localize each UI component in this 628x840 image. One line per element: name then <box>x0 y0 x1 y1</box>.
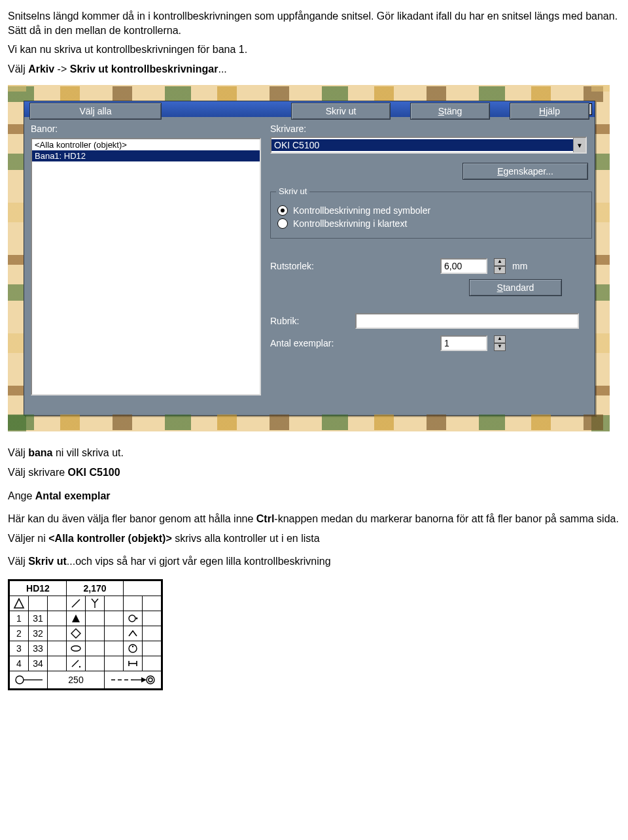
spinner[interactable]: ▲▼ <box>494 335 506 351</box>
chevron-up-icon <box>127 628 139 639</box>
antal-input[interactable]: 1 <box>440 335 487 351</box>
text: Välj <box>8 63 28 75</box>
start-triangle-icon <box>13 597 25 609</box>
text: bana <box>28 447 52 458</box>
text: OKI C5100 <box>68 467 120 478</box>
text: S <box>438 106 444 116</box>
svg-line-4 <box>95 599 98 603</box>
doc-paragraph-2: Vi kan nu skriva ut kontrollbeskrivninge… <box>8 42 620 57</box>
list-item[interactable]: <Alla kontroller (objekt)> <box>32 139 260 150</box>
ctrl-dist: 2,170 <box>67 580 124 596</box>
svg-point-22 <box>147 676 154 684</box>
svg-point-13 <box>79 666 80 667</box>
rutstorlek-input[interactable]: 6,00 <box>440 258 487 274</box>
doc-paragraph-5: Välj skrivare OKI C5100 <box>8 465 620 480</box>
select-all-button[interactable]: Välj alla <box>29 103 162 120</box>
ctrl-code: 33 <box>29 641 48 656</box>
svg-marker-0 <box>14 599 24 608</box>
text: ... <box>218 63 226 75</box>
diamond-icon <box>70 628 82 639</box>
chevron-down-icon[interactable]: ▼ <box>494 266 506 274</box>
table-row: 250 <box>10 671 162 688</box>
radio-plaintext[interactable]: Kontrollbeskrivning i klartext <box>277 218 585 229</box>
svg-line-12 <box>72 660 78 667</box>
text: ni vill skriva ut. <box>52 447 123 458</box>
close-button[interactable]: Stäng <box>410 103 490 120</box>
printer-selected: OKI C5100 <box>271 139 573 151</box>
rubrik-input[interactable] <box>355 313 579 329</box>
ctrl-num: 2 <box>10 626 29 641</box>
ctrl-class: HD12 <box>10 580 67 596</box>
radio-icon <box>277 205 288 216</box>
spinner[interactable]: ▲▼ <box>494 258 506 274</box>
list-item[interactable]: Bana1: HD12 <box>32 150 260 161</box>
svg-point-23 <box>148 678 152 682</box>
group-legend: Skriv ut <box>276 186 309 196</box>
text: Välj skrivare <box>8 467 68 478</box>
courses-listbox[interactable]: <Alla kontroller (objekt)> Bana1: HD12 <box>31 138 261 395</box>
print-type-group: Skriv ut Kontrollbeskrivning med symbole… <box>270 192 592 239</box>
radio-label: Kontrollbeskrivning med symboler <box>293 205 430 216</box>
table-row: 3 33 <box>10 641 162 656</box>
circle-dot-icon <box>127 613 139 624</box>
text: ...och vips så har vi gjort vår egen lil… <box>67 556 331 567</box>
svg-point-10 <box>129 645 137 652</box>
text: Välj <box>8 556 28 567</box>
chevron-up-icon[interactable]: ▲ <box>494 258 506 266</box>
screenshot: Skriv ut kontrollbeskrivningar × Banor: … <box>8 85 610 431</box>
svg-marker-8 <box>71 629 80 638</box>
table-row: 1 31 <box>10 611 162 626</box>
circle-dash-icon <box>14 674 44 686</box>
ctrl-blank <box>124 580 162 596</box>
ctrl-code: 32 <box>29 626 48 641</box>
svg-line-1 <box>72 599 80 607</box>
help-button[interactable]: Hjälp <box>510 103 589 120</box>
circle-dot2-icon <box>127 643 139 654</box>
text: genskaper... <box>504 166 553 176</box>
text: Skriv ut <box>28 556 67 567</box>
menu-arkiv: Arkiv <box>28 63 54 75</box>
radio-symbols[interactable]: Kontrollbeskrivning med symboler <box>277 205 585 216</box>
table-row: 4 34 <box>10 656 162 671</box>
text: Välj <box>8 447 28 458</box>
foot-dist: 250 <box>48 671 105 688</box>
text: Här kan du även välja fler banor genom a… <box>8 513 256 524</box>
text: Ctrl <box>256 513 275 524</box>
label-rubrik: Rubrik: <box>270 316 349 326</box>
h-bar-icon <box>127 658 139 669</box>
text: skrivs alla kontroller ut i en lista <box>172 533 320 544</box>
diagonal-icon <box>70 597 82 609</box>
text: -> <box>54 63 70 75</box>
doc-paragraph-6: Ange Antal exemplar <box>8 489 620 503</box>
label-antal: Antal exemplar: <box>270 338 434 348</box>
radio-label: Kontrollbeskrivning i klartext <box>293 218 407 229</box>
dash-dot-icon <box>70 658 82 669</box>
label-banor: Banor: <box>31 124 58 134</box>
text: jälp <box>546 106 560 116</box>
svg-marker-21 <box>141 677 147 682</box>
ellipse-icon <box>70 643 82 654</box>
text: Ange <box>8 490 35 501</box>
fork-icon <box>89 597 101 609</box>
standard-button[interactable]: Standard <box>469 279 562 296</box>
print-dialog: Skriv ut kontrollbeskrivningar × Banor: … <box>24 101 595 416</box>
ctrl-num: 4 <box>10 656 29 671</box>
chevron-up-icon[interactable]: ▲ <box>494 335 506 343</box>
svg-point-7 <box>136 618 138 620</box>
doc-paragraph-8: Väljer ni <Alla kontroller (objekt)> skr… <box>8 531 620 546</box>
table-row: 2 32 <box>10 626 162 641</box>
svg-point-17 <box>16 676 24 684</box>
chevron-down-icon[interactable]: ▼ <box>573 138 585 152</box>
text: H <box>539 106 546 116</box>
properties-button[interactable]: Egenskaper... <box>462 163 588 180</box>
doc-paragraph-3: Välj Arkiv -> Skriv ut kontrollbeskrivni… <box>8 62 620 76</box>
svg-point-9 <box>71 646 80 651</box>
text: tandard <box>503 282 534 293</box>
print-button[interactable]: Skriv ut <box>291 103 391 120</box>
ctrl-code: 31 <box>29 611 48 626</box>
printer-dropdown[interactable]: OKI C5100 ▼ <box>270 137 587 154</box>
text: Antal exemplar <box>35 490 111 501</box>
chevron-down-icon[interactable]: ▼ <box>494 343 506 351</box>
doc-paragraph-4: Välj bana ni vill skriva ut. <box>8 446 620 460</box>
svg-marker-5 <box>72 614 80 622</box>
